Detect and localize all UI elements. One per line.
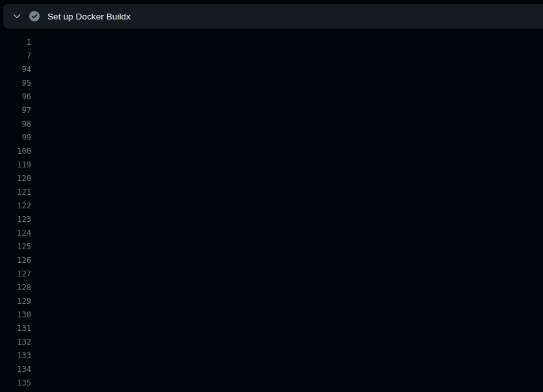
check-circle-icon <box>29 11 40 21</box>
log-line-119[interactable]: 119 ▼Inspect builder <box>0 158 543 172</box>
log-body: 1 ▶Run ./ 7 ▶Docker info 94 ▼Buildx vers… <box>0 36 543 392</box>
log-line-100[interactable]: 100 ▶Booting builder <box>0 145 543 158</box>
log-line-132: 132 "driver": "docker-container", <box>0 336 543 349</box>
line-number[interactable]: 98 <box>0 117 31 131</box>
log-line-127: 127 "buildkit": "v0.11.3", <box>0 267 543 281</box>
line-number[interactable]: 133 <box>0 349 31 363</box>
log-line-133: 133 "lastActivity": "2023-02-25T11:58:12… <box>0 349 543 363</box>
line-number[interactable]: 130 <box>0 308 31 322</box>
log-line-122: 122 { <box>0 199 543 213</box>
log-line-97[interactable]: 97 ▼Creating a new builder instance <box>0 104 543 117</box>
line-number[interactable]: 1 <box>0 36 31 49</box>
log-line-125: 125 "status": "running", <box>0 240 543 254</box>
log-line-126: 126 "buildkitd-flags": "--allow-insecure… <box>0 254 543 267</box>
line-number[interactable]: 132 <box>0 336 31 349</box>
line-number[interactable]: 124 <box>0 227 31 240</box>
line-number[interactable]: 100 <box>0 145 31 158</box>
log-line-95: 95 /usr/bin/docker buildx version <box>0 77 543 90</box>
log-line-94[interactable]: 94 ▼Buildx version <box>0 63 543 77</box>
log-line-129: 129 } <box>0 295 543 308</box>
line-number[interactable]: 94 <box>0 63 31 77</box>
actions-log-viewer: Set up Docker Buildx 1 ▶Run ./ 7 ▶Docker… <box>0 0 543 392</box>
line-number[interactable]: 123 <box>0 213 31 227</box>
log-line-131: 131 "name": "builder-d9cfb5a1-c764-445a-… <box>0 322 543 336</box>
line-number[interactable]: 129 <box>0 295 31 308</box>
log-line-98: 98 /usr/bin/docker buildx create --name … <box>0 117 543 131</box>
line-number[interactable]: 99 <box>0 131 31 145</box>
line-number[interactable]: 125 <box>0 240 31 254</box>
line-number[interactable]: 95 <box>0 77 31 90</box>
log-line-99: 99 builder-d9cfb5a1-c764-445a-a57e-0b19d… <box>0 131 543 145</box>
line-number[interactable]: 121 <box>0 186 31 199</box>
line-number[interactable]: 128 <box>0 281 31 295</box>
log-line-134: 134 } <box>0 363 543 376</box>
log-line-130: 130 ], <box>0 308 543 322</box>
line-number[interactable]: 135 <box>0 376 31 390</box>
step-header[interactable]: Set up Docker Buildx <box>3 4 543 29</box>
line-number[interactable]: 131 <box>0 322 31 336</box>
line-number[interactable]: 134 <box>0 363 31 376</box>
step-title: Set up Docker Buildx <box>47 12 131 21</box>
line-number[interactable]: 126 <box>0 254 31 267</box>
log-line-121: 121 "nodes": [ <box>0 186 543 199</box>
log-line-7[interactable]: 7 ▶Docker info <box>0 49 543 63</box>
log-line-135[interactable]: 135 ▼BuildKit version <box>0 376 543 390</box>
line-number[interactable]: 122 <box>0 199 31 213</box>
log-line-96: 96 github.com/docker/buildx 0.10.3+azure… <box>0 90 543 104</box>
line-number[interactable]: 97 <box>0 104 31 117</box>
line-number[interactable]: 96 <box>0 90 31 104</box>
line-number[interactable]: 7 <box>0 49 31 63</box>
line-number[interactable]: 127 <box>0 267 31 281</box>
log-line-123: 123 "name": "builder-d9cfb5a1-c764-445a-… <box>0 213 543 227</box>
log-line-120: 120 { <box>0 172 543 186</box>
chevron-down-icon[interactable] <box>12 12 21 21</box>
line-number[interactable]: 119 <box>0 158 31 172</box>
log-line-1[interactable]: 1 ▶Run ./ <box>0 36 543 49</box>
log-line-124: 124 "endpoint": "unix:///var/run/docker.… <box>0 227 543 240</box>
log-line-128: 128 "platforms": "linux/amd64,linux/amd6… <box>0 281 543 295</box>
line-number[interactable]: 120 <box>0 172 31 186</box>
